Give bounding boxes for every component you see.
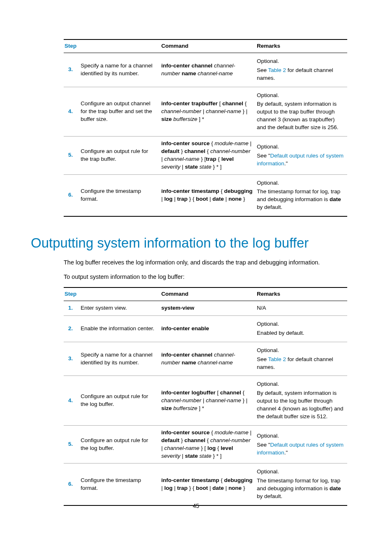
table-row: 3.Specify a name for a channel identifie… bbox=[64, 342, 347, 376]
section-heading: Outputting system information to the log… bbox=[31, 235, 349, 251]
remarks-cell: Optional.The timestamp format for log, t… bbox=[256, 463, 347, 505]
step-number: 5. bbox=[64, 425, 80, 463]
step-description: Enter system view. bbox=[80, 301, 160, 316]
table-row: 5.Configure an output rule for the trap … bbox=[64, 137, 347, 175]
step-number: 6. bbox=[64, 463, 80, 505]
command-cell: info-center enable bbox=[161, 315, 256, 342]
col-remarks: Remarks bbox=[256, 39, 347, 53]
remarks-cell: Optional.By default, system information … bbox=[256, 376, 347, 425]
col-step: Step bbox=[64, 287, 161, 301]
step-description: Configure an output rule for the log buf… bbox=[80, 376, 160, 425]
table-row: 3.Specify a name for a channel identifie… bbox=[64, 53, 347, 87]
default-rules-link[interactable]: Default output rules of system informati… bbox=[257, 153, 344, 167]
step-description: Configure the timestamp format. bbox=[80, 463, 160, 505]
table-row: 4.Configure an output rule for the log b… bbox=[64, 376, 347, 425]
table-row: 6.Configure the timestamp format.info-ce… bbox=[64, 174, 347, 216]
col-remarks: Remarks bbox=[256, 287, 347, 301]
step-description: Configure an output rule for the trap bu… bbox=[80, 137, 160, 175]
table-row: 6.Configure the timestamp format.info-ce… bbox=[64, 463, 347, 505]
command-cell: info-center timestamp { debugging | log … bbox=[161, 174, 256, 216]
command-cell: info-center channel channel-number name … bbox=[161, 53, 256, 87]
step-description: Specify a name for a channel identified … bbox=[80, 53, 160, 87]
table-row: 2.Enable the information center.info-cen… bbox=[64, 315, 347, 342]
table-row: 4.Configure an output channel for the tr… bbox=[64, 87, 347, 136]
command-cell: info-center timestamp { debugging | log … bbox=[161, 463, 256, 505]
command-cell: info-center source { module-name | defau… bbox=[161, 137, 256, 175]
remarks-cell: Optional.See "Default output rules of sy… bbox=[256, 425, 347, 463]
step-description: Configure an output rule for the log buf… bbox=[80, 425, 160, 463]
remarks-cell: Optional.Enabled by default. bbox=[256, 315, 347, 342]
default-rules-link[interactable]: Default output rules of system informati… bbox=[257, 442, 344, 456]
step-number: 4. bbox=[64, 87, 80, 136]
step-number: 3. bbox=[64, 53, 80, 87]
step-description: Configure the timestamp format. bbox=[80, 174, 160, 216]
step-number: 2. bbox=[64, 315, 80, 342]
intro-paragraph: The log buffer receives the log informat… bbox=[64, 258, 349, 267]
step-description: Enable the information center. bbox=[80, 315, 160, 342]
remarks-cell: Optional.See "Default output rules of sy… bbox=[256, 137, 347, 175]
table2-link[interactable]: Table 2 bbox=[268, 356, 286, 362]
remarks-cell: Optional.By default, system information … bbox=[256, 87, 347, 136]
remarks-cell: Optional.See Table 2 for default channel… bbox=[256, 342, 347, 376]
remarks-cell: N/A bbox=[256, 301, 347, 316]
step-description: Specify a name for a channel identified … bbox=[80, 342, 160, 376]
step-number: 3. bbox=[64, 342, 80, 376]
step-description: Configure an output channel for the trap… bbox=[80, 87, 160, 136]
trap-buffer-table: Step Command Remarks 3.Specify a name fo… bbox=[64, 39, 347, 217]
command-cell: system-view bbox=[161, 301, 256, 316]
table-row: 1.Enter system view.system-viewN/A bbox=[64, 301, 347, 316]
command-cell: info-center trapbuffer [ channel { chann… bbox=[161, 87, 256, 136]
table2-link[interactable]: Table 2 bbox=[268, 67, 286, 73]
remarks-cell: Optional.The timestamp format for log, t… bbox=[256, 174, 347, 216]
step-number: 1. bbox=[64, 301, 80, 316]
log-buffer-table: Step Command Remarks 1.Enter system view… bbox=[64, 287, 347, 506]
intro-lead: To output system information to the log … bbox=[64, 273, 349, 281]
col-command: Command bbox=[161, 287, 256, 301]
command-cell: info-center channel channel-number name … bbox=[161, 342, 256, 376]
col-step: Step bbox=[64, 39, 161, 53]
step-number: 5. bbox=[64, 137, 80, 175]
remarks-cell: Optional.See Table 2 for default channel… bbox=[256, 53, 347, 87]
command-cell: info-center source { module-name | defau… bbox=[161, 425, 256, 463]
command-cell: info-center logbuffer [ channel { channe… bbox=[161, 376, 256, 425]
step-number: 6. bbox=[64, 174, 80, 216]
page-number: 45 bbox=[0, 503, 392, 509]
table-row: 5.Configure an output rule for the log b… bbox=[64, 425, 347, 463]
col-command: Command bbox=[161, 39, 256, 53]
step-number: 4. bbox=[64, 376, 80, 425]
